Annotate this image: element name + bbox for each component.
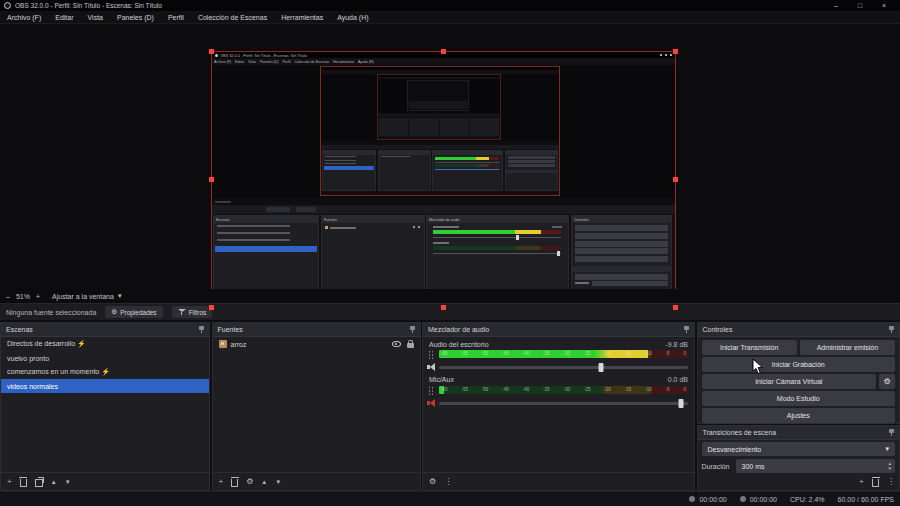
volume-slider-handle[interactable] [678,399,683,408]
menu-archivo[interactable]: Archivo (F) [0,11,48,24]
lock-icon[interactable] [407,343,414,348]
menu-coleccion-escenas[interactable]: Colección de Escenas [191,11,274,24]
controls-dock-header[interactable]: Controles [698,323,900,337]
nested3-docks [378,117,500,137]
nested-capture-level2 [321,67,559,195]
add-transition-button[interactable]: + [859,478,864,486]
pin-icon[interactable] [199,326,204,334]
chevron-down-icon: ▾ [118,292,122,300]
add-scene-button[interactable]: + [7,478,12,486]
studio-mode-button[interactable]: Modo Estudio [702,391,896,406]
source-label: arroz [231,341,247,348]
volume-slider[interactable] [439,402,688,405]
settings-button[interactable]: Ajustes [702,408,896,423]
move-source-up-button[interactable]: ▲ [261,479,267,485]
start-recording-button[interactable]: Iniciar Grabación [702,357,896,372]
filters-button[interactable]: Filtros [172,306,213,318]
duplicate-scene-button[interactable] [35,479,43,487]
nested-capture-level4 [407,80,469,111]
nested-dock-controls: Controles Transiciones de escena [571,215,672,299]
source-context-bar: Ninguna fuente seleccionada ⚙ Propiedade… [0,303,900,320]
mic-speaker-icon[interactable] [427,399,437,407]
preview-capture-source[interactable]: OBS 32.0.0 - Perfil: Sin Título - Escena… [212,52,675,307]
maximize-button[interactable]: □ [848,0,872,11]
source-properties-button[interactable]: ⚙ [246,478,253,486]
scene-item[interactable]: videos normales [1,379,209,393]
speaker-icon[interactable] [427,363,437,371]
zoom-in-button[interactable]: + [36,293,40,300]
sources-dock-header[interactable]: Fuentes [213,323,420,337]
properties-button[interactable]: ⚙ Propiedades [105,306,162,318]
pin-icon[interactable] [684,326,689,334]
minimize-button[interactable]: – [824,0,848,11]
move-scene-up-button[interactable]: ▲ [51,479,57,485]
scene-item[interactable]: comenzamos en un momento ⚡ [1,365,209,379]
start-virtual-camera-button[interactable]: Iniciar Cámara Virtual [702,374,877,389]
source-type-icon [219,340,227,348]
mixer-body: Audio del escritorio -9.8 dB -60 -55 -50… [423,337,694,472]
menu-paneles[interactable]: Paneles (D) [110,11,161,24]
preview-area[interactable]: OBS 32.0.0 - Perfil: Sin Título - Escena… [0,24,900,289]
close-button[interactable]: × [872,0,896,11]
selection-handle[interactable] [673,49,678,54]
selection-handle[interactable] [673,305,678,310]
menu-editar[interactable]: Editar [48,11,80,24]
spin-down-icon[interactable]: ▾ [888,466,891,472]
menubar: Archivo (F) Editar Vista Paneles (D) Per… [0,11,900,24]
selection-handle[interactable] [209,177,214,182]
nested2-docks [321,149,559,192]
remove-scene-button[interactable] [20,479,27,487]
sources-list: arroz [213,337,420,472]
source-item[interactable]: arroz [213,337,420,351]
menu-herramientas[interactable]: Herramientas [274,11,330,24]
selection-handle[interactable] [441,49,446,54]
controls-dock: Controles Iniciar Transmisión Administra… [697,322,900,424]
fit-to-window-dropdown[interactable]: Ajustar a la ventana ▾ [52,292,121,300]
manage-broadcast-button[interactable]: Administrar emisión [800,340,895,355]
transitions-dock-header[interactable]: Transiciones de escena [698,426,900,440]
chevron-down-icon: ▾ [885,445,889,453]
virtual-camera-settings-button[interactable]: ⚙ [879,374,895,389]
pin-icon[interactable] [410,326,415,334]
obs-window: OBS 32.0.0 - Perfil: Sin Título - Escena… [0,0,900,506]
selection-handle[interactable] [441,305,446,310]
duration-spinner[interactable]: 300 ms ▴ ▾ [736,459,895,473]
menu-vista[interactable]: Vista [81,11,110,24]
volume-slider[interactable] [439,366,688,369]
window-controls: – □ × [824,0,896,11]
channel-drag-handle[interactable] [428,350,434,360]
scenes-toolbar: + ▲ ▼ [1,472,209,490]
menu-ayuda[interactable]: Ayuda (H) [330,11,375,24]
add-source-button[interactable]: + [219,478,224,486]
scene-item[interactable]: Directos de desarrollo ⚡ [1,337,209,351]
channel-drag-handle[interactable] [428,386,434,396]
zoom-out-button[interactable]: – [6,293,10,300]
channel-name: Mic/Aux [429,376,454,383]
menu-perfil[interactable]: Perfil [161,11,191,24]
nested-context-row [212,205,675,214]
remove-source-button[interactable] [231,479,238,487]
advanced-audio-button[interactable]: ⚙ [429,478,436,486]
transition-select[interactable]: Desvanecimiento ▾ [702,442,896,456]
pin-icon[interactable] [889,326,894,334]
pin-icon[interactable] [889,429,894,437]
remove-transition-button[interactable] [872,479,879,487]
visibility-eye-icon[interactable] [392,341,401,347]
selection-handle[interactable] [209,305,214,310]
transitions-dock: Transiciones de escena Desvanecimiento ▾… [697,425,900,491]
mixer-menu-button[interactable]: ⋮ [444,478,452,486]
move-source-down-button[interactable]: ▼ [275,479,281,485]
selection-handle[interactable] [673,177,678,182]
transitions-menu-button[interactable]: ⋮ [887,478,895,486]
volume-slider-handle[interactable] [598,363,603,372]
scene-item[interactable]: vuelvo pronto [1,351,209,365]
transitions-toolbar: + ⋮ [702,477,896,487]
start-streaming-button[interactable]: Iniciar Transmisión [702,340,797,355]
nested2-canvas [321,74,559,141]
volume-slider-row [427,398,688,408]
mixer-dock-header[interactable]: Mezclador de audio [423,323,694,337]
nested-menubar: Archivo (F)EditarVistaPaneles (D)PerfilC… [212,58,675,65]
scenes-dock-header[interactable]: Escenas [1,323,209,337]
selection-handle[interactable] [209,49,214,54]
move-scene-down-button[interactable]: ▼ [65,479,71,485]
